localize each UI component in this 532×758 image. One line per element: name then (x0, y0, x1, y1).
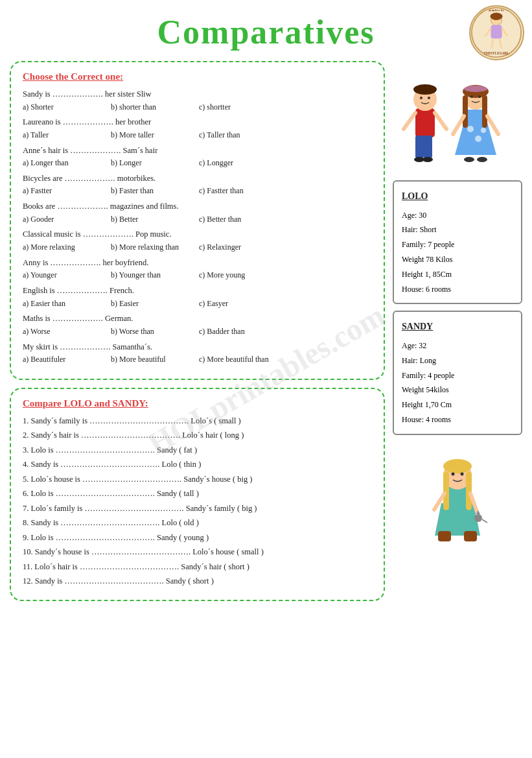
svg-rect-47 (438, 531, 451, 541)
q3-text: Anne´s hair is ………………. Sam´s hair (23, 145, 372, 157)
cq9: 9. Lolo is ………………………………. Sandy ( young ) (23, 532, 372, 544)
svg-rect-15 (415, 136, 424, 158)
cq10-num: 10. (23, 547, 33, 556)
cq7-num: 7. (23, 504, 29, 513)
q5-a: a) Gooder (23, 214, 100, 225)
cq8: 8. Sandy is ………………………………. Lolo ( old ) (23, 517, 372, 529)
svg-point-31 (477, 157, 487, 162)
sandy-age: Age: 32 (402, 338, 513, 353)
q2-c: c) Taller than (199, 130, 240, 141)
sandy-house: House: 4 rooms (402, 412, 513, 427)
section1-title: Choose the Correct one: (23, 71, 372, 82)
cq5-num: 5. (23, 475, 29, 484)
q10-a: a) Beautifuler (23, 354, 100, 365)
q6-text: Classical music is ………………. Pop music. (23, 229, 372, 241)
cq8-body: Sandy is ………………………………. Lolo ( old ) (31, 518, 199, 527)
lolo-house: House: 6 rooms (402, 282, 513, 297)
svg-point-49 (474, 514, 482, 522)
q6-a: a) More relaxing (23, 242, 100, 253)
sandy-hair: Hair: Long (402, 353, 513, 368)
q9-text: Maths is ………………. German. (23, 313, 372, 325)
svg-rect-25 (463, 95, 468, 128)
sandy-family: Family: 4 people (402, 368, 513, 383)
svg-point-14 (428, 97, 430, 99)
cq12-num: 12. (23, 576, 33, 586)
svg-rect-16 (424, 136, 432, 158)
q8-a: a) Easier than (23, 298, 100, 309)
q9-b: b) Worse than (111, 326, 189, 337)
svg-line-20 (435, 113, 446, 129)
lolo-name: LOLO (402, 188, 513, 206)
svg-point-30 (464, 157, 474, 162)
section1-box: Choose the Correct one: Sandy is ……………….… (10, 61, 385, 380)
svg-line-51 (482, 519, 487, 523)
q8-text: English is ………………. French. (23, 285, 372, 297)
bottom-character-area (393, 448, 522, 545)
svg-point-27 (464, 86, 487, 92)
svg-rect-10 (415, 108, 435, 137)
lolo-family: Family: 7 people (402, 237, 513, 252)
q1-b: b) shorter than (111, 102, 189, 113)
cq3-body: Lolo is ………………………………. Sandy ( fat ) (31, 445, 198, 455)
lolo-hair: Hair: Short (402, 222, 513, 237)
svg-point-34 (467, 126, 474, 132)
cq5: 5. Lolo´s house is ………………………………. Sandy´s… (23, 474, 372, 486)
cq8-num: 8. (23, 518, 29, 527)
right-column: LOLO Age: 30 Hair: Short Family: 7 peopl… (393, 61, 522, 601)
cq10-body: Sandy´s house is ………………………………. Lolo´s ho… (35, 547, 264, 556)
svg-point-28 (470, 95, 473, 98)
q7-c: c) More young (199, 270, 245, 281)
q6: Classical music is ………………. Pop music. a)… (23, 229, 372, 252)
sandy-weight: Weight 54kilos (402, 383, 513, 397)
cq11-num: 11. (23, 562, 32, 571)
sandy-info-box: SANDY Age: 32 Hair: Long Family: 4 peopl… (393, 311, 522, 434)
cq12-body: Sandy is ………………………………. Sandy ( short ) (35, 576, 214, 586)
q5-c: c) Better than (199, 214, 241, 225)
q3-b: b) Longer (111, 158, 189, 169)
section2-list: 1. Sandy´s family is ………………………………. Lolo´… (23, 416, 372, 587)
svg-point-12 (413, 84, 437, 95)
svg-point-13 (420, 97, 422, 99)
q1-c: c) shortter (199, 102, 231, 113)
q7-b: b) Younger than (111, 270, 189, 281)
svg-point-43 (452, 472, 455, 475)
q6-c: c) Relaxinger (199, 242, 241, 253)
cq9-num: 9. (23, 533, 29, 542)
cq2-text: 2. (23, 431, 29, 440)
q8-b: b) Easier (111, 298, 189, 309)
characters-illustration (393, 64, 522, 174)
main-layout: Choose the Correct one: Sandy is ……………….… (6, 61, 526, 601)
lolo-height: Height 1, 85Cm (402, 267, 513, 282)
sandy-height: Height 1,70 Cm (402, 397, 513, 412)
section2-title: Compare LOLO and SANDY: (23, 398, 372, 409)
cq6: 6. Lolo is ………………………………. Sandy ( tall ) (23, 488, 372, 500)
q3-a: a) Longer than (23, 158, 100, 169)
cq7: 7. Lolo´s family is ………………………………. Sandy´… (23, 503, 372, 515)
cq12: 12. Sandy is ………………………………. Sandy ( short… (23, 576, 372, 587)
lolo-info-box: LOLO Age: 30 Hair: Short Family: 7 peopl… (393, 180, 522, 304)
q4-c: c) Fastter than (199, 185, 244, 196)
q2: Laureano is ………………. her brother a) Talle… (23, 117, 372, 140)
cq3: 3. Lolo is ………………………………. Sandy ( fat ) (23, 445, 372, 456)
cq2: 2. Sandy´s hair is ………………………………. Lolo´s … (23, 430, 372, 442)
svg-rect-41 (443, 471, 449, 510)
cq9-body: Lolo is ………………………………. Sandy ( young ) (31, 533, 209, 542)
cq1-body: Sandy´s family is ………………………………. Lolo´s (… (31, 416, 241, 425)
q8-c: c) Easyer (199, 298, 228, 309)
svg-point-35 (475, 136, 481, 142)
q9-c: c) Badder than (199, 326, 245, 337)
q7-text: Anny is ………………. her boyfriend. (23, 257, 372, 269)
cq1: 1. Sandy´s family is ………………………………. Lolo´… (23, 416, 372, 427)
q5-b: b) Better (111, 214, 189, 225)
q1-text: Sandy is ………………. her sister Sliw (23, 89, 372, 101)
q1-a: a) Shorter (23, 102, 100, 113)
svg-text:graphics by: graphics by (489, 8, 504, 12)
cq10: 10. Sandy´s house is ………………………………. Lolo´… (23, 547, 372, 558)
q9: Maths is ………………. German. a) Worse b) Wor… (23, 313, 372, 337)
cq2-body: Sandy´s hair is ………………………………. Lolo´s hai… (31, 431, 244, 440)
q9-a: a) Worse (23, 326, 100, 337)
cq6-body: Lolo is ………………………………. Sandy ( tall ) (31, 489, 199, 498)
q5: Books are ………………. magazines and films. a… (23, 201, 372, 224)
section1-list: Sandy is ………………. her sister Sliw a) Shor… (23, 89, 372, 365)
q2-text: Laureano is ………………. her brother (23, 117, 372, 128)
